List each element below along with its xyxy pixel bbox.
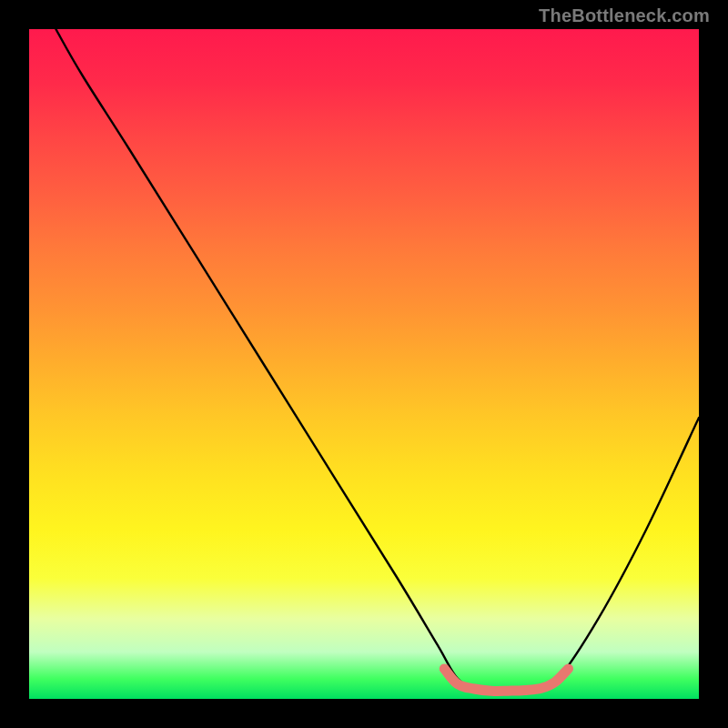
plot-area xyxy=(29,29,699,699)
chart-svg xyxy=(29,29,699,699)
watermark-text: TheBottleneck.com xyxy=(539,5,710,26)
bottleneck-curve-path xyxy=(56,29,699,692)
optimal-band-path xyxy=(444,669,568,692)
chart-container: TheBottleneck.com xyxy=(0,0,728,728)
